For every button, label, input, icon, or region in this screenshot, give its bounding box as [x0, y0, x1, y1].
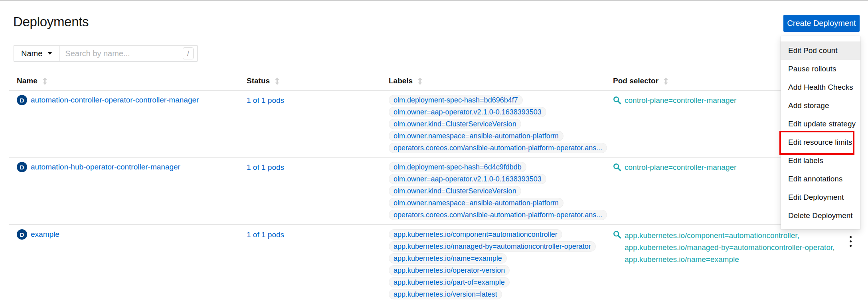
pods-status-link[interactable]: 1 of 1 pods — [247, 96, 284, 104]
status-cell: 1 of 1 pods — [247, 163, 284, 172]
context-menu: Edit Pod count Pause rollouts Add Health… — [781, 36, 860, 229]
labels-list: app.kubernetes.io/component=automationco… — [389, 229, 596, 299]
page-title: Deployments — [13, 14, 89, 30]
status-cell: 1 of 1 pods — [247, 230, 284, 239]
table-row: D automation-controller-operator-control… — [9, 91, 859, 157]
menu-item[interactable]: Edit update strategy — [781, 115, 860, 133]
search-icon — [613, 163, 621, 173]
create-deployment-button[interactable]: Create Deployment — [783, 15, 860, 32]
column-header-label: Pod selector — [613, 77, 658, 85]
name-cell: D automation-hub-operator-controller-man… — [17, 162, 180, 172]
column-header-label: Name — [17, 77, 38, 85]
pod-selector-link[interactable]: control-plane=controller-manager — [625, 95, 736, 106]
sort-icon — [663, 77, 668, 85]
label-chip[interactable]: app.kubernetes.io/part-of=example — [389, 277, 510, 287]
menu-item[interactable]: Edit annotations — [781, 170, 860, 188]
labels-list: olm.deployment-spec-hash=6d4c9fdbdbolm.o… — [389, 162, 607, 220]
search-input[interactable] — [59, 46, 183, 61]
search-icon — [613, 230, 621, 240]
pod-selector-link[interactable]: app.kubernetes.io/component=automationco… — [625, 230, 835, 266]
sort-icon — [417, 77, 423, 85]
sort-icon — [275, 77, 280, 85]
pod-selector-cell: control-plane=controller-manager — [613, 162, 736, 173]
column-header[interactable]: Status — [247, 77, 280, 85]
pods-status-link[interactable]: 1 of 1 pods — [247, 230, 284, 239]
pod-selector-cell: app.kubernetes.io/component=automationco… — [613, 230, 835, 266]
chevron-down-icon — [48, 52, 52, 55]
menu-item[interactable]: Add Health Checks — [781, 78, 860, 96]
column-header-label: Status — [247, 77, 270, 85]
filter-type-dropdown[interactable]: Name — [14, 46, 59, 61]
pods-status-link[interactable]: 1 of 1 pods — [247, 163, 284, 171]
label-chip[interactable]: olm.owner.kind=ClusterServiceVersion — [389, 119, 521, 129]
kebab-menu-button[interactable] — [848, 234, 853, 248]
menu-item[interactable]: Edit resource limits — [781, 133, 860, 152]
label-chip[interactable]: operators.coreos.com/ansible-automation-… — [389, 143, 607, 153]
deployment-name-link[interactable]: example — [31, 230, 59, 239]
label-chip[interactable]: olm.deployment-spec-hash=6d4c9fdbdb — [389, 162, 526, 172]
label-chip[interactable]: app.kubernetes.io/operator-version — [389, 265, 510, 275]
menu-item[interactable]: Delete Deployment — [781, 207, 860, 225]
shortcut-badge: / — [183, 47, 194, 59]
table-row: D automation-hub-operator-controller-man… — [9, 157, 859, 225]
filter-toolbar: Name / — [14, 45, 198, 61]
menu-item[interactable]: Edit labels — [781, 152, 860, 170]
column-header[interactable]: Name — [17, 77, 47, 85]
label-chip[interactable]: olm.deployment-spec-hash=bd696b4f7 — [389, 95, 523, 105]
menu-item[interactable]: Edit Deployment — [781, 188, 860, 207]
top-divider — [0, 0, 868, 1]
menu-item[interactable]: Edit Pod count — [781, 41, 860, 60]
label-chip[interactable]: olm.owner.namespace=ansible-automation-p… — [389, 131, 564, 141]
table-row: D example 1 of 1 pods app.kubernetes.io/… — [9, 225, 859, 302]
pod-selector-link[interactable]: control-plane=controller-manager — [625, 162, 736, 173]
pod-selector-cell: control-plane=controller-manager — [613, 95, 736, 106]
name-cell: D automation-controller-operator-control… — [17, 95, 199, 105]
sort-icon — [42, 77, 47, 85]
label-chip[interactable]: app.kubernetes.io/version=latest — [389, 289, 502, 299]
label-chip[interactable]: olm.owner=aap-operator.v2.1.0-0.16383935… — [389, 107, 546, 117]
menu-item[interactable]: Add storage — [781, 96, 860, 115]
name-cell: D example — [17, 229, 59, 240]
filter-type-label: Name — [21, 49, 42, 58]
deployment-badge: D — [17, 95, 27, 105]
deployment-badge: D — [17, 229, 27, 240]
column-header[interactable]: Labels — [389, 77, 423, 85]
labels-list: olm.deployment-spec-hash=bd696b4f7olm.ow… — [389, 95, 607, 153]
label-chip[interactable]: operators.coreos.com/ansible-automation-… — [389, 210, 607, 220]
label-chip[interactable]: app.kubernetes.io/name=example — [389, 253, 507, 264]
label-chip[interactable]: olm.owner.kind=ClusterServiceVersion — [389, 186, 521, 196]
label-chip[interactable]: app.kubernetes.io/component=automationco… — [389, 229, 562, 240]
label-chip[interactable]: olm.owner.namespace=ansible-automation-p… — [389, 198, 564, 208]
label-chip[interactable]: app.kubernetes.io/managed-by=automationc… — [389, 241, 596, 252]
status-cell: 1 of 1 pods — [247, 96, 284, 105]
deployment-badge: D — [17, 162, 27, 172]
search-icon — [613, 96, 621, 106]
column-header-label: Labels — [389, 77, 413, 85]
deployment-name-link[interactable]: automation-controller-operator-controlle… — [31, 96, 199, 104]
menu-item[interactable]: Pause rollouts — [781, 60, 860, 78]
column-header[interactable]: Pod selector — [613, 77, 668, 85]
deployment-name-link[interactable]: automation-hub-operator-controller-manag… — [31, 163, 180, 171]
deployments-page: Deployments Name / Create Deployment Nam… — [0, 0, 868, 305]
label-chip[interactable]: olm.owner=aap-operator.v2.1.0-0.16383935… — [389, 174, 546, 184]
